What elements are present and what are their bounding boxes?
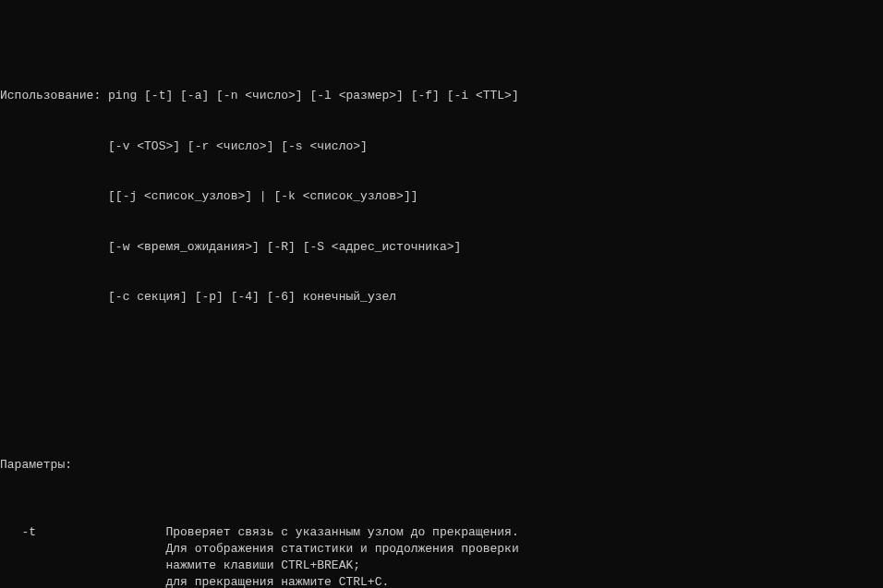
param-desc: для прекращения нажмите CTRL+C. xyxy=(165,574,389,588)
param-flag-empty xyxy=(0,541,165,558)
usage-label: Использование: xyxy=(0,89,101,102)
usage-block: Использование: ping [-t] [-a] [-n <число… xyxy=(0,54,883,340)
usage-line: [-v <TOS>] [-r <число>] [-s <число>] xyxy=(0,138,883,155)
usage-line: [-c секция] [-p] [-4] [-6] конечный_узел xyxy=(0,289,883,306)
param-row: для прекращения нажмите CTRL+C. xyxy=(0,574,883,588)
param-row: -t Проверяет связь с указанным узлом до … xyxy=(0,524,883,541)
param-desc: Проверяет связь с указанным узлом до пре… xyxy=(165,524,518,541)
param-flag: -t xyxy=(0,524,165,541)
terminal-output: Использование: ping [-t] [-a] [-n <число… xyxy=(0,0,883,588)
usage-text: ping [-t] [-a] [-n <число>] [-l <размер>… xyxy=(108,89,519,102)
param-flag-empty xyxy=(0,558,165,574)
usage-line: [[-j <список_узлов>] | [-k <список_узлов… xyxy=(0,188,883,205)
blank-line xyxy=(0,390,883,406)
params-header: Параметры: xyxy=(0,457,883,474)
usage-line: [-w <время_ожидания>] [-R] [-S <адрес_ис… xyxy=(0,239,883,256)
param-flag-empty xyxy=(0,574,165,588)
param-desc: Для отображения статистики и продолжения… xyxy=(165,541,518,558)
param-row: Для отображения статистики и продолжения… xyxy=(0,541,883,558)
usage-text: [[-j <список_узлов>] | [-k <список_узлов… xyxy=(108,189,417,203)
usage-text: [-c секция] [-p] [-4] [-6] конечный_узел xyxy=(108,290,396,304)
usage-text: [-w <время_ожидания>] [-R] [-S <адрес_ис… xyxy=(108,240,461,254)
usage-line: Использование: ping [-t] [-a] [-n <число… xyxy=(0,88,883,104)
param-desc: нажмите клавиши CTRL+BREAK; xyxy=(165,558,360,574)
usage-text: [-v <TOS>] [-r <число>] [-s <число>] xyxy=(108,139,368,153)
param-row: нажмите клавиши CTRL+BREAK; xyxy=(0,558,883,574)
params-list: -t Проверяет связь с указанным узлом до … xyxy=(0,524,883,588)
